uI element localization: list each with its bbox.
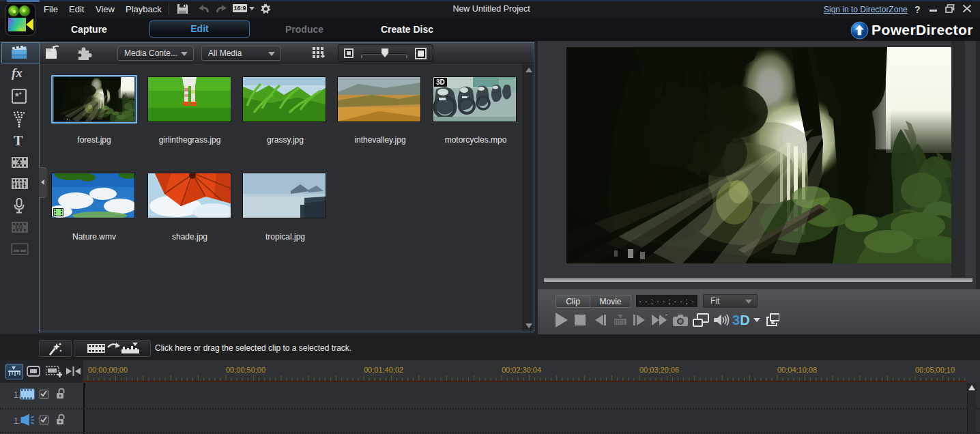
svg-text:3D: 3D xyxy=(732,313,750,328)
svg-text:*: * xyxy=(19,91,22,98)
svg-text:123: 123 xyxy=(15,225,23,229)
